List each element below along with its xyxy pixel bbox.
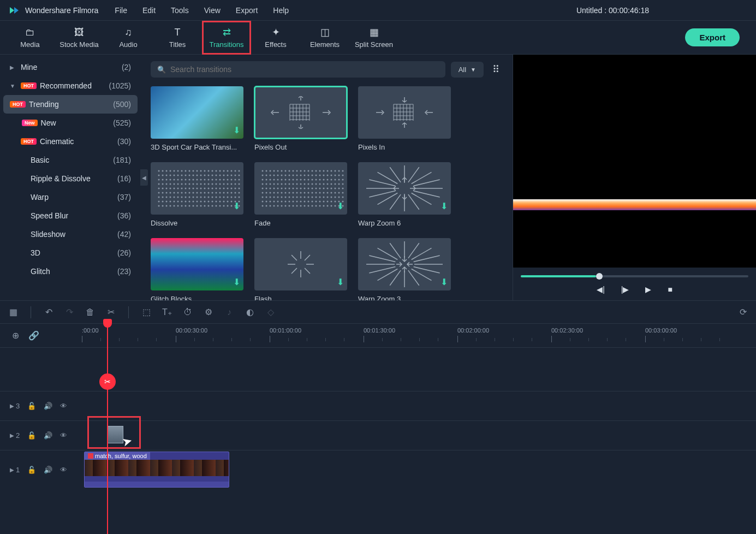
mute-icon[interactable]: 🔊: [44, 431, 52, 440]
next-frame-button[interactable]: |▶: [621, 285, 629, 294]
tab-stock-media[interactable]: 🖾Stock Media: [55, 21, 104, 55]
download-icon[interactable]: ⬇: [233, 125, 240, 135]
video-clip[interactable]: match, sulfur, wood: [84, 452, 229, 488]
link-icon[interactable]: 🔗: [28, 330, 39, 341]
preview-video[interactable]: [513, 55, 756, 268]
tab-elements[interactable]: ◫Elements: [300, 21, 349, 55]
transition-card-dissolve[interactable]: ⬇Dissolve: [151, 162, 243, 227]
svg-point-255: [304, 175, 306, 176]
undo-button[interactable]: ↶: [43, 307, 54, 317]
scrubber-knob[interactable]: [596, 273, 603, 280]
transitions-browser: 🔍 All▼ ⠿ ⬇3D Sport Car Pack Transi...Pix…: [141, 55, 513, 300]
text-button[interactable]: T₊: [162, 307, 172, 317]
menu-edit[interactable]: Edit: [142, 6, 156, 15]
tab-transitions[interactable]: ⇄Transitions: [202, 21, 251, 55]
sidebar-item-basic[interactable]: Basic(181): [0, 151, 141, 169]
download-icon[interactable]: ⬇: [233, 201, 240, 211]
arrange-icon[interactable]: ▦: [8, 307, 19, 317]
mute-icon[interactable]: 🔊: [44, 466, 52, 474]
svg-point-200: [158, 205, 160, 207]
collapse-sidebar-button[interactable]: ◀: [140, 169, 148, 186]
lock-icon[interactable]: 🔓: [27, 431, 36, 440]
transition-card-glitch-blocks[interactable]: ⬇Glitch Blocks: [151, 238, 243, 300]
playhead-handle[interactable]: [103, 319, 112, 328]
redo-button[interactable]: ↷: [64, 307, 75, 317]
filter-dropdown[interactable]: All▼: [451, 62, 484, 78]
tab-titles[interactable]: TTitles: [153, 21, 202, 55]
render-button[interactable]: ⟳: [737, 307, 748, 317]
svg-point-106: [219, 183, 221, 185]
playhead[interactable]: ✂: [107, 323, 108, 534]
transition-card-fade[interactable]: ⬇Fade: [254, 162, 347, 227]
svg-point-51: [177, 175, 179, 176]
svg-point-32: [189, 170, 191, 172]
track-body[interactable]: [82, 391, 756, 420]
tab-split-screen[interactable]: ▦Split Screen: [349, 21, 398, 55]
split-button[interactable]: ✂: [105, 307, 116, 317]
playhead-split-icon[interactable]: ✂: [99, 373, 116, 390]
time-ruler[interactable]: :00:0000:00:30:0000:01:00:0000:01:30:000…: [82, 324, 756, 347]
app-logo-icon: [9, 5, 20, 16]
keyframe-button[interactable]: ◇: [265, 307, 276, 317]
visibility-icon[interactable]: 👁: [60, 431, 67, 440]
sidebar-item-new[interactable]: NewNew(525): [0, 114, 141, 132]
sidebar-item-warp[interactable]: Warp(37): [0, 188, 141, 206]
sidebar-item-glitch[interactable]: Glitch(23): [0, 262, 141, 281]
menu-view[interactable]: View: [204, 6, 221, 15]
menu-help[interactable]: Help: [273, 6, 289, 15]
preview-scrubber[interactable]: [521, 275, 748, 277]
search-input[interactable]: [170, 65, 439, 74]
sidebar-item-mine[interactable]: ▶Mine(2): [0, 58, 141, 76]
svg-point-269: [273, 179, 275, 181]
mute-icon[interactable]: 🔊: [44, 402, 52, 410]
sidebar-item-ripple-dissolve[interactable]: Ripple & Dissolve(16): [0, 169, 141, 188]
menu-export[interactable]: Export: [236, 6, 258, 15]
transition-card-warp-zoom-6[interactable]: ⬇Warp Zoom 6: [358, 162, 451, 227]
audio-button[interactable]: ♪: [224, 307, 235, 317]
add-track-icon[interactable]: ⊕: [10, 330, 21, 341]
visibility-icon[interactable]: 👁: [60, 466, 67, 474]
transition-card-flash[interactable]: ⬇Flash: [254, 238, 347, 300]
transition-card-3d-sport-car-pack-transi-[interactable]: ⬇3D Sport Car Pack Transi...: [151, 86, 243, 151]
tab-audio[interactable]: ♫Audio: [104, 21, 153, 55]
svg-point-233: [304, 170, 306, 172]
tab-media[interactable]: 🗀Media: [5, 21, 55, 55]
track-play-icon[interactable]: ▶3: [10, 402, 20, 410]
sidebar-item-3d[interactable]: 3D(26): [0, 244, 141, 262]
transition-card-warp-zoom-3[interactable]: ⬇Warp Zoom 3: [358, 238, 451, 300]
stop-button[interactable]: ■: [668, 285, 672, 294]
adjust-button[interactable]: ⚙: [203, 307, 214, 317]
sidebar-item-speed-blur[interactable]: Speed Blur(36): [0, 206, 141, 225]
sidebar-item-cinematic[interactable]: HOTCinematic(30): [0, 132, 141, 151]
sidebar-item-recommended[interactable]: ▼HOTRecommended(1025): [0, 76, 141, 95]
tab-effects[interactable]: ✦Effects: [251, 21, 300, 55]
transition-card-pixels-in[interactable]: Pixels In: [358, 86, 451, 151]
speed-button[interactable]: ⏱: [182, 307, 193, 317]
color-button[interactable]: ◐: [245, 307, 255, 317]
track-play-icon[interactable]: ▶1: [10, 466, 20, 474]
download-icon[interactable]: ⬇: [440, 277, 448, 287]
sidebar-item-slideshow[interactable]: Slideshow(42): [0, 225, 141, 244]
track-body[interactable]: match, sulfur, wood: [82, 450, 756, 489]
crop-button[interactable]: ⬚: [141, 307, 152, 317]
download-icon[interactable]: ⬇: [337, 201, 344, 211]
grid-view-icon[interactable]: ⠿: [489, 60, 503, 79]
download-icon[interactable]: ⬇: [233, 277, 240, 287]
play-button[interactable]: ▶: [645, 285, 651, 294]
export-button[interactable]: Export: [685, 28, 740, 46]
delete-button[interactable]: 🗑: [85, 307, 96, 317]
transition-card-pixels-out[interactable]: Pixels Out: [254, 86, 347, 151]
download-icon[interactable]: ⬇: [337, 277, 344, 287]
visibility-icon[interactable]: 👁: [60, 402, 67, 410]
download-icon[interactable]: ⬇: [440, 201, 448, 211]
track-body[interactable]: [82, 421, 756, 450]
menu-file[interactable]: File: [115, 6, 127, 15]
prev-frame-button[interactable]: ◀|: [597, 285, 605, 294]
track-play-icon[interactable]: ▶2: [10, 431, 20, 440]
menu-tools[interactable]: Tools: [171, 6, 189, 15]
lock-icon[interactable]: 🔓: [27, 402, 36, 410]
lock-icon[interactable]: 🔓: [27, 466, 36, 474]
sidebar-item-trending[interactable]: HOTTrending(500): [3, 95, 138, 114]
svg-point-41: [223, 170, 225, 172]
search-box[interactable]: 🔍: [151, 61, 445, 78]
